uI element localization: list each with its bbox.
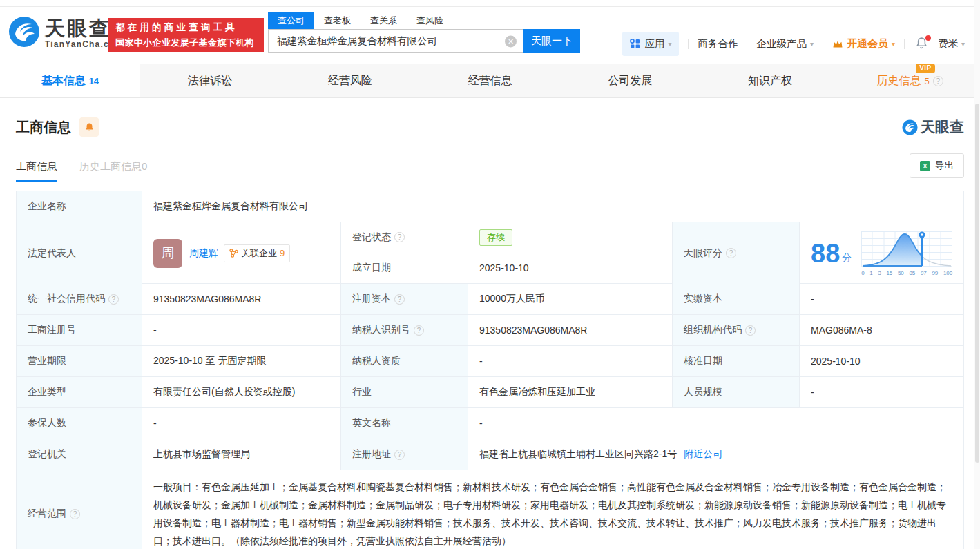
nav-cooperation[interactable]: 商务合作 [698, 37, 738, 50]
staff-size-value: - [800, 377, 963, 407]
help-icon[interactable]: ? [394, 232, 405, 242]
nav-enterprise[interactable]: 企业级产品 ▾ [756, 37, 814, 50]
related-companies-badge[interactable]: 关联企业 9 [224, 244, 290, 262]
org-code-value: MAG086MA-8 [800, 315, 963, 345]
field-label: 企业类型 [17, 377, 142, 407]
search-module: 查公司 查老板 查关系 查风险 ✕ 天眼一下 [268, 12, 580, 53]
section-title: 工商信息 [16, 118, 71, 137]
field-label: 统一社会信用代码 ? [17, 284, 142, 314]
subscribe-bell-button[interactable] [79, 117, 99, 137]
reg-address-value: 福建省上杭县临城镇土埔村工业区同兴路2-1号 附近公司 [468, 439, 963, 470]
help-icon[interactable]: ? [394, 294, 405, 305]
tianyancha-score: 88 分 [800, 222, 963, 284]
score-unit: 分 [842, 252, 852, 264]
slogan-line2: 国家中小企业发展子基金旗下机构 [115, 37, 257, 49]
reg-capital-value: 10000万人民币 [468, 284, 673, 314]
reg-authority-value: 上杭县市场监督管理局 [142, 439, 341, 470]
chevron-down-icon: ▾ [892, 40, 895, 48]
tab-legal[interactable]: 法律诉讼 [140, 64, 280, 97]
table-row: 登记机关 上杭县市场监督管理局 注册地址 ? 福建省上杭县临城镇土埔村工业区同兴… [17, 439, 963, 470]
divider [904, 39, 905, 49]
nav-enterprise-label: 企业级产品 [756, 37, 807, 50]
business-scope-value: 一般项目：有色金属压延加工；金属基复合材料和陶瓷基复合材料销售；新材料技术研发；… [142, 470, 963, 549]
legal-rep-value: 周 周建辉 关联企业 9 [142, 222, 341, 284]
clear-input-icon[interactable]: ✕ [505, 35, 517, 47]
network-icon [229, 249, 238, 258]
search-tab-risk[interactable]: 查风险 [407, 12, 453, 29]
score-distribution-chart: 0 1 3 15 50 85 97 99 100 [861, 230, 952, 276]
search-button[interactable]: 天眼一下 [523, 29, 580, 53]
tianyancha-watermark: 天眼查 [902, 117, 964, 137]
help-icon[interactable]: ? [745, 325, 756, 336]
vip-badge: VIP [916, 64, 935, 73]
help-icon[interactable]: ? [70, 509, 80, 519]
field-label: 实缴资本 [673, 284, 800, 314]
table-row: 统一社会信用代码 ? 91350823MAG086MA8R 注册资本 ? 100… [17, 284, 963, 315]
apps-grid-icon [630, 39, 640, 49]
help-icon[interactable]: ? [933, 76, 943, 86]
reg-number-value: - [142, 315, 341, 345]
search-tab-relation[interactable]: 查关系 [361, 12, 407, 29]
paid-capital-value: - [800, 284, 963, 314]
tab-operating-risk[interactable]: 经营风险 [280, 64, 420, 97]
field-label: 纳税人资质 [341, 346, 468, 376]
table-row: 营业期限 2025-10-10 至 无固定期限 纳税人资质 - 核准日期 202… [17, 346, 963, 377]
tianyancha-logo[interactable]: 天眼查 TianYanCha.com [8, 16, 123, 50]
legal-rep-link[interactable]: 周建辉 [189, 247, 218, 260]
search-tab-boss[interactable]: 查老板 [314, 12, 361, 29]
field-label: 营业期限 [17, 346, 142, 376]
insured-count-value: - [142, 408, 341, 439]
top-nav: 应用 ▾ 商务合作 企业级产品 ▾ 开通会员 ▾ [622, 32, 965, 56]
table-row: 经营范围 ? 一般项目：有色金属压延加工；金属基复合材料和陶瓷基复合材料销售；新… [17, 470, 963, 549]
field-label: 纳税人识别号 ? [341, 315, 468, 345]
status-badge: 存续 [479, 229, 512, 246]
business-term-value: 2025-10-10 至 无固定期限 [142, 346, 341, 376]
tab-intellectual-property[interactable]: 知识产权 [700, 64, 840, 97]
tab-business-info[interactable]: 经营信息 [420, 64, 560, 97]
scrollbar-thumb[interactable] [975, 104, 979, 463]
tianyancha-logo-icon [8, 16, 40, 50]
export-label: 导出 [935, 160, 954, 172]
scrollbar[interactable] [974, 0, 980, 549]
help-icon[interactable]: ? [726, 248, 736, 258]
field-label: 经营范围 ? [17, 470, 142, 549]
help-icon[interactable]: ? [108, 294, 119, 305]
score-axis-labels: 0 1 3 15 50 85 97 99 100 [861, 270, 952, 276]
notifications-bell[interactable] [915, 37, 928, 52]
open-vip-button[interactable]: 开通会员 ▾ [832, 37, 895, 50]
table-row: 企业名称 福建紫金桓烨金属复合材料有限公司 [17, 191, 963, 222]
field-label: 工商注册号 [17, 315, 142, 345]
field-label: 成立日期 [341, 253, 468, 284]
help-icon[interactable]: ? [394, 450, 405, 460]
tab-basic-count: 14 [89, 76, 99, 86]
field-label: 法定代表人 [17, 222, 142, 284]
avatar[interactable]: 周 [153, 239, 182, 268]
help-icon[interactable]: ? [414, 325, 424, 336]
subtab-business-registration[interactable]: 工商信息 [16, 160, 57, 182]
chevron-down-icon: ▾ [961, 40, 965, 48]
search-tabs: 查公司 查老板 查关系 查风险 [268, 12, 580, 29]
bell-icon [84, 122, 95, 133]
tab-history-info[interactable]: 历史信息 5 VIP ? [840, 64, 980, 97]
field-label: 登记状态 ? [341, 222, 468, 253]
export-button[interactable]: x 导出 [910, 153, 964, 178]
site-header: 天眼查 TianYanCha.com 都在用的商业查询工具 国家中小企业发展子基… [0, 7, 980, 64]
business-info-table: 企业名称 福建紫金桓烨金属复合材料有限公司 法定代表人 周 周建辉 [16, 191, 964, 549]
credit-code-value: 91350823MAG086MA8R [142, 284, 341, 314]
divider [823, 39, 823, 49]
top-divider [0, 0, 980, 7]
approval-date-value: 2025-10-10 [800, 346, 963, 376]
user-menu[interactable]: 费米 ▾ [938, 37, 965, 50]
field-label: 注册资本 ? [341, 284, 468, 314]
search-input[interactable] [269, 30, 523, 52]
divider [747, 39, 747, 49]
field-label: 行业 [341, 377, 468, 407]
table-row: 法定代表人 周 周建辉 关联企业 9 [17, 222, 963, 284]
nearby-companies-link[interactable]: 附近公司 [684, 448, 722, 461]
tab-basic-info[interactable]: 基本信息 14 [0, 64, 140, 97]
subtab-history-registration[interactable]: 历史工商信息0 [79, 160, 147, 182]
search-tab-company[interactable]: 查公司 [268, 12, 314, 29]
apps-menu[interactable]: 应用 ▾ [622, 32, 679, 56]
tab-company-development[interactable]: 公司发展 [560, 64, 700, 97]
apps-label: 应用 [644, 37, 664, 50]
